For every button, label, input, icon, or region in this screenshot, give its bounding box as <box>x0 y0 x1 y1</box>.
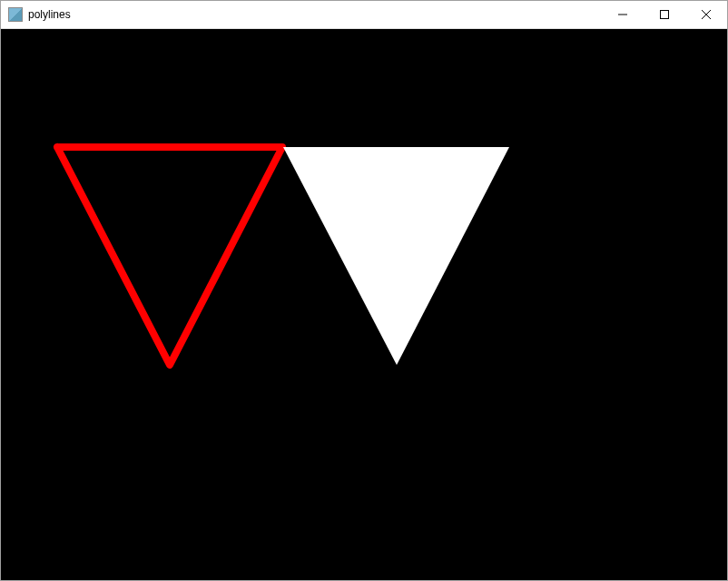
window-controls <box>602 1 727 28</box>
maximize-icon <box>660 10 669 19</box>
close-icon <box>702 10 711 19</box>
window-title: polylines <box>28 8 602 21</box>
titlebar[interactable]: polylines <box>1 1 727 29</box>
canvas-area <box>1 29 727 580</box>
minimize-icon <box>618 10 627 19</box>
close-button[interactable] <box>685 1 727 28</box>
canvas-background <box>1 29 727 580</box>
minimize-button[interactable] <box>602 1 644 28</box>
maximize-button[interactable] <box>644 1 685 28</box>
app-icon <box>8 7 23 22</box>
drawing-canvas <box>1 29 727 580</box>
svg-rect-1 <box>661 11 669 19</box>
application-window: polylines <box>0 0 728 581</box>
